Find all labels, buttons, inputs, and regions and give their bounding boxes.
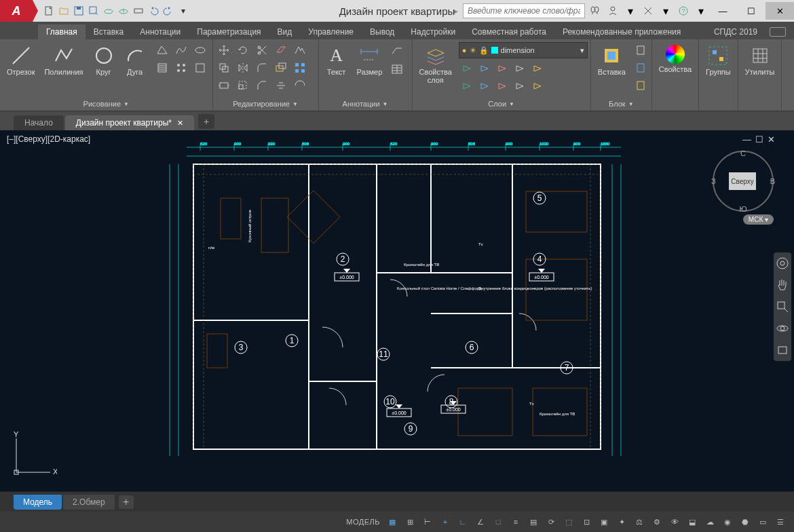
nav-orbit-icon[interactable]: [776, 322, 789, 335]
qat-dropdown-icon[interactable]: ▾: [176, 4, 190, 18]
panel-annotation-title[interactable]: Аннотации▼: [322, 97, 409, 111]
search-icon[interactable]: [588, 3, 603, 18]
viewport-close-icon[interactable]: ✕: [768, 134, 775, 145]
tool-align-icon[interactable]: [273, 77, 289, 94]
view-label[interactable]: [–][Сверху][2D-каркас]: [7, 134, 90, 144]
layer-selector[interactable]: ● ☀ 🔒 dimension ▾: [459, 42, 588, 58]
tool-hatch-icon[interactable]: [154, 60, 170, 76]
status-grid-icon[interactable]: ▦: [384, 514, 400, 530]
tool-edit-attr-icon[interactable]: [632, 77, 649, 94]
panel-layers-title[interactable]: Слои▼: [415, 97, 588, 111]
tool-spline-icon[interactable]: [173, 42, 189, 58]
tool-layer-props[interactable]: Свойства слоя: [415, 42, 456, 87]
tool-properties[interactable]: Свойства: [655, 42, 696, 76]
status-trans-icon[interactable]: ▤: [525, 514, 542, 530]
cloud-save-icon[interactable]: [117, 4, 130, 18]
status-infer-icon[interactable]: ⊢: [419, 514, 436, 530]
tool-chamfer-icon[interactable]: [254, 77, 270, 94]
search-input[interactable]: [463, 3, 585, 18]
viewcube-north[interactable]: С: [740, 149, 746, 157]
undo-icon[interactable]: [147, 4, 160, 18]
tab-spds[interactable]: СПДС 2019: [706, 24, 765, 39]
tool-table-icon[interactable]: [389, 61, 405, 77]
exchange-icon[interactable]: [641, 3, 656, 18]
layer-del-icon[interactable]: [529, 77, 546, 94]
ribbon-minimize-icon[interactable]: [770, 27, 786, 37]
cloud-open-icon[interactable]: [102, 4, 115, 18]
drawing-canvas[interactable]: [–][Сверху][2D-каркас] — ☐ ✕ 62090093080…: [0, 130, 794, 491]
status-annomon-icon[interactable]: 👁: [666, 514, 683, 530]
tool-leader-icon[interactable]: [389, 42, 405, 58]
status-ortho-icon[interactable]: ∟: [455, 514, 471, 530]
nav-zoom-icon[interactable]: [776, 300, 789, 314]
viewport-max-icon[interactable]: ☐: [755, 134, 763, 145]
tool-groups[interactable]: Группы: [702, 42, 735, 79]
tab-home[interactable]: Главная: [38, 24, 86, 39]
help-icon[interactable]: ?: [676, 3, 691, 18]
tab-featured-apps[interactable]: Рекомендованные приложения: [554, 24, 689, 39]
tool-trim-icon[interactable]: [254, 42, 270, 58]
maximize-button[interactable]: ☐: [737, 2, 765, 20]
status-dynucs-icon[interactable]: ⊡: [578, 514, 594, 530]
viewcube-east[interactable]: В: [770, 177, 775, 185]
tab-view[interactable]: Вид: [269, 24, 301, 39]
tool-erase-icon[interactable]: [273, 42, 289, 58]
tool-move-icon[interactable]: [216, 42, 232, 58]
viewcube-south[interactable]: Ю: [739, 205, 746, 213]
status-3dosnap-icon[interactable]: ⬚: [561, 514, 577, 530]
layer-lock-icon[interactable]: [494, 60, 510, 76]
status-workspace-icon[interactable]: ⚙: [649, 514, 665, 530]
status-osnap-icon[interactable]: □: [490, 514, 506, 530]
tool-ellipse-icon[interactable]: [192, 42, 208, 58]
open-icon[interactable]: [57, 4, 71, 18]
tool-dimension[interactable]: Размер: [353, 42, 387, 79]
save-icon[interactable]: [72, 4, 86, 18]
redo-icon[interactable]: [162, 4, 175, 18]
tool-edit-block-icon[interactable]: [632, 60, 649, 76]
tab-parametric[interactable]: Параметризация: [189, 24, 269, 39]
status-lw-icon[interactable]: ≡: [508, 514, 524, 530]
layer-match-icon[interactable]: [529, 60, 546, 76]
layer-state-icon[interactable]: [494, 77, 510, 94]
layout-add-button[interactable]: +: [119, 495, 134, 509]
tool-explode-icon[interactable]: [292, 42, 308, 58]
status-hw-icon[interactable]: ◉: [719, 514, 736, 530]
tool-rotate-icon[interactable]: [235, 42, 251, 58]
tool-create-block-icon[interactable]: [632, 42, 649, 58]
tool-line[interactable]: Отрезок: [3, 42, 39, 79]
status-snap-icon[interactable]: ⊞: [402, 514, 418, 530]
tool-utilities[interactable]: Утилиты: [741, 42, 779, 79]
nav-showmotion-icon[interactable]: [776, 343, 789, 357]
layer-walk-icon[interactable]: [476, 77, 493, 94]
layer-new-icon[interactable]: [512, 77, 528, 94]
status-polar-icon[interactable]: ∠: [472, 514, 489, 530]
close-button[interactable]: ✕: [765, 2, 794, 20]
status-custom-icon[interactable]: ☰: [772, 514, 789, 530]
tool-mirror-icon[interactable]: [235, 60, 251, 76]
tool-offset-icon[interactable]: [273, 60, 289, 76]
tab-annotate[interactable]: Аннотации: [132, 24, 189, 39]
status-dyn-icon[interactable]: +: [437, 514, 453, 530]
tool-rectangle-icon[interactable]: [154, 42, 170, 58]
layer-freeze-icon[interactable]: [476, 60, 493, 76]
tab-addins[interactable]: Надстройки: [402, 24, 464, 39]
tab-output[interactable]: Вывод: [362, 24, 402, 39]
tool-text[interactable]: AТекст: [322, 42, 352, 79]
status-gizmo-icon[interactable]: ✦: [613, 514, 630, 530]
close-icon[interactable]: ✕: [177, 119, 183, 128]
tool-scale-icon[interactable]: [235, 77, 251, 94]
panel-draw-title[interactable]: Рисование▼: [3, 97, 210, 111]
viewport-min-icon[interactable]: —: [742, 134, 751, 145]
panel-modify-title[interactable]: Редактирование▼: [216, 97, 316, 111]
layer-iso-icon[interactable]: [512, 60, 528, 76]
ucs-icon[interactable]: X Y: [10, 432, 57, 482]
tool-region-icon[interactable]: [192, 60, 208, 76]
plot-icon[interactable]: [132, 4, 145, 18]
layer-off-icon[interactable]: [459, 60, 475, 76]
viewcube[interactable]: Сверху С Ю З В: [713, 151, 774, 212]
tab-insert[interactable]: Вставка: [86, 24, 132, 39]
status-units-icon[interactable]: ⬓: [684, 514, 700, 530]
doc-tab-start[interactable]: Начало: [14, 115, 64, 130]
title-dropdown[interactable]: ▾: [623, 3, 638, 18]
coordinate-system-button[interactable]: МСК ▾: [743, 214, 774, 225]
